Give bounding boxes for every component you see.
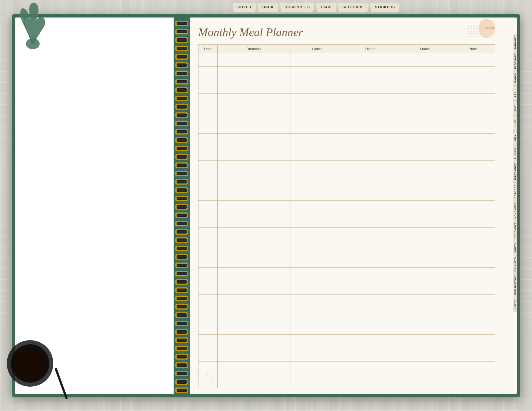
table-cell bbox=[343, 321, 398, 334]
table-cell bbox=[451, 80, 495, 93]
table-cell bbox=[343, 187, 398, 200]
table-cell bbox=[398, 254, 451, 267]
table-cell bbox=[198, 160, 218, 174]
table-row bbox=[198, 281, 495, 294]
table-cell bbox=[218, 294, 291, 308]
month-tab-september[interactable]: SEPTEMBER bbox=[513, 161, 517, 182]
dot bbox=[473, 26, 475, 27]
bottom-decoration bbox=[195, 365, 223, 388]
table-cell bbox=[451, 334, 495, 348]
table-row bbox=[198, 107, 495, 120]
table-cell bbox=[198, 66, 218, 80]
table-cell bbox=[291, 308, 343, 321]
table-cell bbox=[398, 308, 451, 321]
table-cell bbox=[451, 254, 495, 267]
table-cell bbox=[291, 53, 343, 66]
table-cell bbox=[398, 174, 451, 187]
month-tab-march[interactable]: MARCH bbox=[513, 70, 517, 85]
table-cell bbox=[291, 214, 343, 227]
tab-labs[interactable]: LABS bbox=[316, 3, 337, 12]
tab-stickers[interactable]: STICKERS bbox=[370, 3, 400, 12]
table-cell bbox=[198, 53, 218, 66]
month-tab-may[interactable]: MAY bbox=[513, 100, 517, 115]
spiral-ring bbox=[175, 212, 189, 218]
month-tab-december[interactable]: DECEMBER bbox=[513, 220, 517, 240]
table-cell bbox=[398, 227, 451, 241]
table-row bbox=[198, 93, 495, 107]
tab-back[interactable]: BACK bbox=[258, 3, 279, 12]
table-cell bbox=[343, 334, 398, 348]
table-cell bbox=[343, 200, 398, 214]
table-cell bbox=[198, 227, 218, 241]
spiral-ring bbox=[175, 203, 189, 210]
table-row bbox=[198, 80, 495, 93]
table-cell bbox=[218, 66, 291, 80]
table-cell bbox=[198, 133, 218, 147]
spiral-ring bbox=[175, 295, 189, 302]
dot bbox=[467, 31, 469, 32]
month-tab-april[interactable]: APRIL bbox=[513, 85, 517, 100]
page-header: Monthly Meal Planner Month bbox=[198, 26, 495, 39]
spiral-ring bbox=[175, 187, 189, 193]
table-cell bbox=[218, 308, 291, 321]
table-row bbox=[198, 254, 495, 267]
month-tab-appts[interactable]: APPTS bbox=[513, 240, 517, 255]
spiral-ring bbox=[175, 129, 189, 135]
month-tab-january[interactable]: JANUARY bbox=[513, 34, 517, 51]
spiral-ring bbox=[175, 337, 189, 343]
spiral-ring bbox=[175, 95, 189, 102]
spiral-ring bbox=[175, 378, 189, 385]
spiral-ring bbox=[175, 345, 189, 352]
table-cell bbox=[451, 267, 495, 281]
spiral-ring bbox=[175, 137, 189, 143]
month-tab-june[interactable]: JUNE bbox=[513, 115, 517, 130]
spiral-ring bbox=[175, 312, 189, 318]
table-cell bbox=[343, 66, 398, 80]
month-tab-dr-visits[interactable]: DR VISITS bbox=[513, 255, 517, 273]
col-header-dinner: Dinner bbox=[343, 44, 398, 53]
table-cell bbox=[218, 160, 291, 174]
dot bbox=[467, 36, 469, 37]
table-cell bbox=[451, 321, 495, 334]
table-cell bbox=[343, 133, 398, 147]
table-cell bbox=[291, 80, 343, 93]
table-cell bbox=[291, 200, 343, 214]
table-row bbox=[198, 120, 495, 133]
spiral-ring bbox=[175, 179, 189, 185]
table-cell bbox=[291, 147, 343, 160]
table-cell bbox=[291, 160, 343, 174]
table-row bbox=[198, 187, 495, 200]
dot bbox=[470, 28, 472, 29]
month-tab-notes[interactable]: NOTES bbox=[513, 297, 517, 312]
table-cell bbox=[198, 80, 218, 93]
spiral-ring bbox=[175, 53, 189, 60]
col-header-date: Date bbox=[198, 44, 218, 53]
tab-cover[interactable]: COVER bbox=[233, 3, 256, 12]
table-cell bbox=[343, 241, 398, 254]
table-row bbox=[198, 147, 495, 160]
table-cell bbox=[343, 281, 398, 294]
month-tab-october[interactable]: OCTOBER bbox=[513, 182, 517, 200]
table-cell bbox=[398, 147, 451, 160]
spiral-ring bbox=[175, 112, 189, 118]
table-cell bbox=[451, 348, 495, 361]
month-tab-august[interactable]: AUGUST bbox=[513, 145, 517, 161]
table-cell bbox=[218, 53, 291, 66]
tab-selfcare[interactable]: SELFCARE bbox=[338, 3, 369, 12]
table-cell bbox=[198, 187, 218, 200]
table-cell bbox=[291, 348, 343, 361]
month-tab-med-history[interactable]: MED HISTORY bbox=[513, 273, 517, 297]
month-tab-february[interactable]: FEBRUARY bbox=[513, 51, 517, 71]
table-row bbox=[198, 200, 495, 214]
table-cell bbox=[291, 267, 343, 281]
table-cell bbox=[343, 80, 398, 93]
tab-hosp-visits[interactable]: HOSP VISITS bbox=[280, 3, 315, 12]
month-tab-july[interactable]: JULY bbox=[513, 130, 517, 145]
month-tab-november[interactable]: NOVEMBER bbox=[513, 200, 517, 220]
spiral-ring bbox=[175, 162, 189, 168]
spiral-ring bbox=[175, 279, 189, 285]
table-cell bbox=[291, 133, 343, 147]
table-cell bbox=[218, 200, 291, 214]
table-row bbox=[198, 294, 495, 308]
table-cell bbox=[398, 107, 451, 120]
